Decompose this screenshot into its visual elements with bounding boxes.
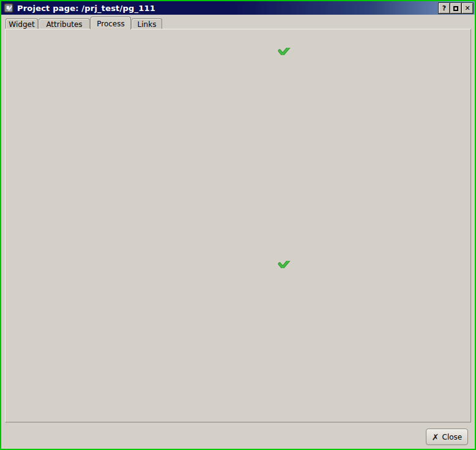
close-button-label: Close xyxy=(442,433,463,441)
close-x-icon: ✗ xyxy=(432,432,439,442)
help-icon: ? xyxy=(442,4,446,12)
close-window-button[interactable]: ✕ xyxy=(462,3,473,13)
tab-process[interactable]: Process xyxy=(91,17,131,29)
processed-check-icon xyxy=(277,261,291,268)
close-button[interactable]: ✗ Close xyxy=(426,429,468,445)
maximize-icon xyxy=(453,6,458,11)
tab-attributes[interactable]: Attributes xyxy=(39,18,90,29)
process-tab-pane xyxy=(5,29,471,422)
help-button[interactable]: ? xyxy=(439,3,450,13)
close-icon: ✕ xyxy=(464,4,470,12)
maximize-button[interactable] xyxy=(450,3,461,13)
title-bar[interactable]: Project page: /prj_test/pg_111 ? ✕ xyxy=(1,1,475,15)
tab-links[interactable]: Links xyxy=(132,18,162,29)
window: Project page: /prj_test/pg_111 ? ✕ Widge… xyxy=(0,0,476,450)
window-title: Project page: /prj_test/pg_111 xyxy=(17,4,155,13)
processed-check-icon xyxy=(277,48,291,55)
window-icon xyxy=(4,3,13,13)
tab-widget[interactable]: Widget xyxy=(6,18,38,29)
